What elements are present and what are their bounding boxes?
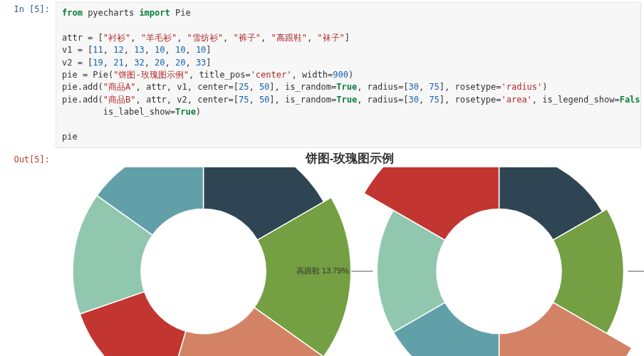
chart-output: 饼图-玫瑰图示例 衬衫 13.11%羊毛衫 1雪纺衫 22.07%裤子 13.7… [56,150,644,356]
code-pie-ref: pie [62,132,78,142]
slice-label: 高跟鞋 13.79% [296,266,349,275]
code-area[interactable]: from pyecharts import Pie attr = ["衬衫", … [56,2,641,148]
kw-import: import [139,8,170,18]
output-cell: Out[5]: 饼图-玫瑰图示例 衬衫 13.11%羊毛衫 1雪纺衫 22.07… [0,150,644,356]
input-prompt: In [5]: [0,0,56,150]
output-prompt: Out[5]: [0,150,56,356]
rose-charts[interactable]: 衬衫 13.11%羊毛衫 1雪纺衫 22.07%裤子 13.79%高跟鞋 13.… [56,167,644,356]
input-cell: In [5]: from pyecharts import Pie attr =… [0,0,644,150]
chart-title: 饼图-玫瑰图示例 [56,150,644,167]
kw-from: from [62,8,83,18]
